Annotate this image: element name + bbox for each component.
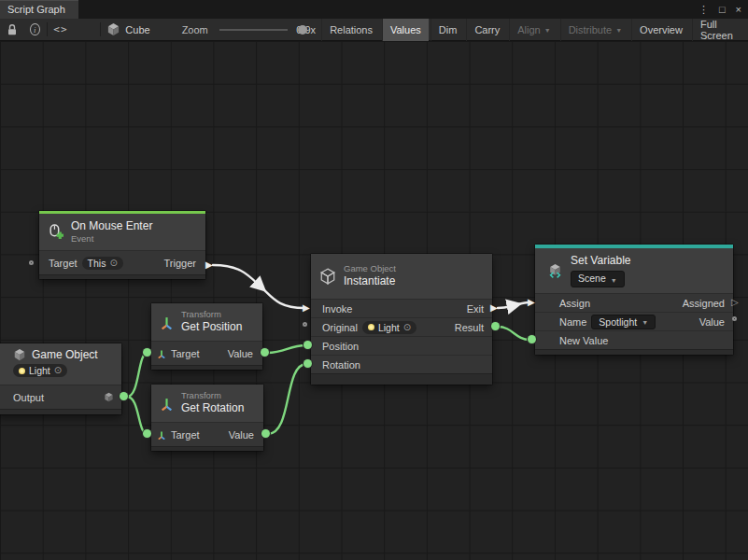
- port-setvariable-assign[interactable]: ▶: [528, 298, 535, 307]
- value-port-label: Value: [699, 316, 725, 328]
- port-instantiate-invoke[interactable]: ▶: [303, 303, 310, 313]
- window-controls: ⋮ □ ×: [699, 0, 748, 19]
- values-button[interactable]: Values: [382, 19, 429, 41]
- node-title: Get Position: [181, 320, 242, 335]
- port-row: Rotation: [311, 355, 492, 373]
- node-set-variable[interactable]: Set Variable Scene ▼ Assign Assigned Nam…: [535, 245, 733, 355]
- chevron-down-icon: ▼: [611, 277, 617, 284]
- lock-icon[interactable]: [6, 23, 19, 36]
- port-getrotation-target[interactable]: [143, 429, 151, 438]
- target-port-label: Target: [49, 258, 78, 269]
- port-setvariable-value[interactable]: [732, 316, 737, 321]
- trigger-port-label: Trigger: [164, 258, 196, 269]
- graph-name: Cube: [125, 24, 149, 35]
- port-instantiate-position[interactable]: [303, 341, 312, 349]
- wire-exit-to-assign[interactable]: [498, 302, 529, 308]
- toolbar-separator: [100, 22, 101, 36]
- port-instantiate-result[interactable]: [491, 322, 500, 330]
- carry-button[interactable]: Carry: [466, 19, 507, 41]
- output-port-label: Output: [13, 392, 44, 403]
- light-icon: [368, 324, 374, 330]
- port-getposition-target[interactable]: [143, 348, 151, 357]
- port-getrotation-value[interactable]: [261, 429, 270, 438]
- transform-type-icon: [157, 349, 166, 358]
- result-port-label: Result: [455, 322, 484, 333]
- light-icon: [19, 368, 25, 374]
- node-get-position[interactable]: Transform Get Position Target Value: [151, 303, 262, 370]
- node-footer: [0, 409, 121, 414]
- node-game-object-light[interactable]: Game Object Light ⊙ Output: [0, 343, 121, 414]
- tab-title: Script Graph: [7, 4, 65, 15]
- code-preview-icon[interactable]: <>: [53, 23, 67, 35]
- node-on-mouse-enter[interactable]: On Mouse Enter Event Target This ⊙ Trigg…: [39, 211, 205, 279]
- node-title: Instantiate: [344, 274, 396, 289]
- zoom-slider[interactable]: [219, 23, 289, 36]
- chevron-down-icon: ▼: [615, 27, 622, 34]
- chevron-down-icon: ▼: [642, 319, 648, 326]
- position-port-label: Position: [322, 341, 359, 352]
- node-title: Get Rotation: [181, 401, 244, 416]
- cube-icon: [319, 268, 336, 285]
- variable-name-dropdown[interactable]: Spotlight ▼: [591, 315, 656, 329]
- graph-canvas[interactable]: On Mouse Enter Event Target This ⊙ Trigg…: [0, 41, 748, 560]
- port-getposition-value[interactable]: [261, 348, 269, 357]
- zoom-label: Zoom: [182, 24, 208, 35]
- original-object-field[interactable]: Light ⊙: [362, 321, 416, 334]
- target-port-label: Target: [171, 429, 200, 441]
- port-row: Invoke Exit: [311, 299, 492, 317]
- port-setvariable-assigned[interactable]: ▷: [731, 298, 739, 307]
- zoom-slider-track[interactable]: [219, 29, 289, 31]
- node-title: Set Variable: [571, 254, 630, 269]
- chevron-down-icon: ▼: [544, 27, 551, 34]
- wire-output-to-getposition[interactable]: [127, 353, 148, 397]
- variable-icon: [547, 263, 563, 279]
- node-category: Transform: [181, 309, 242, 320]
- port-row: Target Value: [151, 422, 263, 446]
- port-instantiate-exit[interactable]: ▶: [490, 303, 498, 313]
- node-subtitle: Event: [71, 233, 152, 245]
- window-menu-icon[interactable]: ⋮: [699, 5, 709, 15]
- node-header: Set Variable Scene ▼: [535, 248, 733, 293]
- node-header: Game Object Light ⊙: [0, 343, 121, 385]
- port-instantiate-rotation[interactable]: [303, 359, 312, 368]
- node-category: Game Object: [344, 263, 396, 274]
- name-port-label: Name: [559, 316, 586, 328]
- port-setvariable-newvalue[interactable]: [528, 335, 536, 343]
- distribute-button[interactable]: Distribute ▼: [560, 19, 629, 41]
- wire-result-to-newvalue[interactable]: [498, 327, 529, 340]
- port-onmouseenter-trigger[interactable]: ▶: [205, 260, 213, 270]
- wire-trigger-to-invoke[interactable]: [213, 265, 304, 308]
- wire-rotation-value[interactable]: [268, 364, 306, 434]
- close-icon[interactable]: ×: [736, 5, 741, 15]
- mouse-enter-icon: [48, 224, 64, 240]
- wire-position-value[interactable]: [267, 345, 306, 353]
- target-object-field[interactable]: This ⊙: [82, 257, 123, 270]
- tab-script-graph[interactable]: Script Graph: [0, 0, 78, 19]
- overview-button[interactable]: Overview: [631, 19, 690, 41]
- fullscreen-button[interactable]: Full Screen: [692, 19, 748, 41]
- maximize-icon[interactable]: □: [719, 5, 726, 15]
- info-icon[interactable]: i: [30, 23, 40, 35]
- game-object-type-icon: [104, 392, 114, 402]
- align-button[interactable]: Align ▼: [509, 19, 557, 41]
- port-row: Position: [311, 336, 492, 355]
- port-onmouseenter-target[interactable]: [29, 260, 34, 265]
- node-instantiate[interactable]: Game Object Instantiate Invoke Exit Orig…: [311, 254, 492, 385]
- port-row: Name Spotlight ▼ Value: [535, 312, 733, 330]
- node-header: On Mouse Enter Event: [39, 214, 205, 250]
- object-picker-icon: ⊙: [109, 259, 117, 268]
- node-footer: [39, 274, 205, 279]
- transform-type-icon: [157, 430, 166, 440]
- wire-output-to-getrotation[interactable]: [127, 397, 148, 434]
- node-footer: [535, 349, 733, 355]
- zoom-slider-handle[interactable]: [298, 25, 307, 35]
- relations-button[interactable]: Relations: [321, 19, 380, 41]
- node-get-rotation[interactable]: Transform Get Rotation Target Value: [151, 385, 263, 451]
- transform-icon: [160, 397, 174, 411]
- variable-scope-dropdown[interactable]: Scene ▼: [571, 271, 625, 287]
- dim-button[interactable]: Dim: [430, 19, 465, 41]
- game-object-field[interactable]: Light ⊙: [13, 364, 67, 377]
- port-gameobject-output[interactable]: [120, 392, 128, 400]
- port-instantiate-original[interactable]: [303, 322, 307, 327]
- port-row: Assign Assigned: [535, 293, 733, 312]
